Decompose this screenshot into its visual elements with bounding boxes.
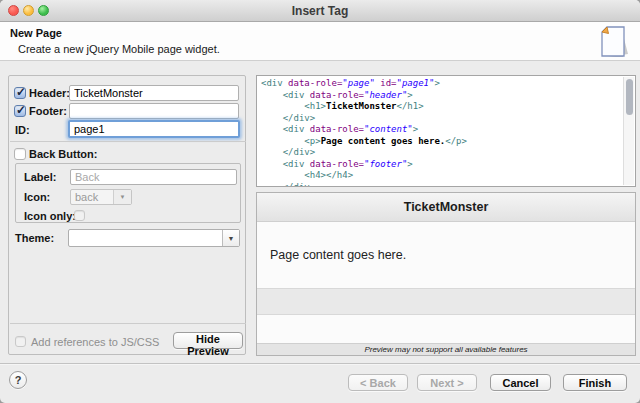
add-references-label: Add references to JS/CSS xyxy=(31,336,159,348)
scrollbar[interactable] xyxy=(623,77,634,185)
title-bar: Insert Tag xyxy=(0,0,640,22)
chevron-down-icon: ▼ xyxy=(113,190,131,204)
page-options-group: Header: Footer: ID: Back Button: Label: … xyxy=(8,75,246,355)
icon-dropdown-value: back xyxy=(71,190,113,204)
id-input[interactable] xyxy=(68,120,240,138)
window-title: Insert Tag xyxy=(0,0,640,22)
theme-label: Theme: xyxy=(15,232,54,244)
page-title: New Page xyxy=(10,27,62,39)
code-editor[interactable]: <div data-role="page" id="page1"> <div d… xyxy=(256,75,636,187)
wizard-banner: New Page Create a new jQuery Mobile page… xyxy=(0,22,640,61)
page-preview: TicketMonster Page content goes here. Pr… xyxy=(256,192,636,356)
add-references-checkbox[interactable] xyxy=(15,336,26,347)
back-label-input[interactable] xyxy=(70,169,237,185)
back-button-checkbox[interactable] xyxy=(14,148,26,160)
chevron-down-icon: ▼ xyxy=(222,230,239,246)
theme-combobox-value xyxy=(69,230,222,246)
hide-preview-button[interactable]: Hide Preview xyxy=(173,332,243,349)
code-editor-content: <div data-role="page" id="page1"> <div d… xyxy=(261,78,622,186)
preview-disclaimer: Preview may not support all available fe… xyxy=(257,343,635,355)
header-input[interactable] xyxy=(69,85,239,101)
back-button[interactable]: < Back xyxy=(348,374,408,391)
page-subtitle: Create a new jQuery Mobile page widget. xyxy=(18,43,220,55)
next-button[interactable]: Next > xyxy=(417,374,477,391)
divider xyxy=(10,141,246,142)
icon-only-label: Icon only: xyxy=(24,210,76,222)
preview-page-footer xyxy=(257,288,635,315)
divider xyxy=(10,323,246,324)
header-checkbox[interactable] xyxy=(14,87,26,99)
footer-label: Footer: xyxy=(29,105,67,117)
help-button[interactable]: ? xyxy=(9,371,27,389)
divider xyxy=(0,363,640,365)
icon-only-checkbox[interactable] xyxy=(74,210,85,221)
back-label-label: Label: xyxy=(24,171,56,183)
finish-button[interactable]: Finish xyxy=(563,374,627,391)
theme-combobox[interactable]: ▼ xyxy=(68,229,240,247)
id-label: ID: xyxy=(15,124,30,136)
header-label: Header: xyxy=(29,87,70,99)
new-file-icon xyxy=(594,24,632,65)
preview-page-content: Page content goes here. xyxy=(257,222,635,288)
cancel-button[interactable]: Cancel xyxy=(490,374,551,391)
insert-tag-dialog: Insert Tag New Page Create a new jQuery … xyxy=(0,0,640,403)
footer-input[interactable] xyxy=(69,103,239,119)
icon-dropdown[interactable]: back ▼ xyxy=(70,189,132,205)
scrollbar-thumb[interactable] xyxy=(626,79,633,115)
preview-page-header: TicketMonster xyxy=(257,193,635,222)
preview-body-text: Page content goes here. xyxy=(270,248,406,262)
back-button-options-group: Label: Icon: back ▼ Icon only: xyxy=(15,163,241,223)
icon-label: Icon: xyxy=(24,191,50,203)
footer-checkbox[interactable] xyxy=(14,105,26,117)
back-button-label: Back Button: xyxy=(29,148,97,160)
